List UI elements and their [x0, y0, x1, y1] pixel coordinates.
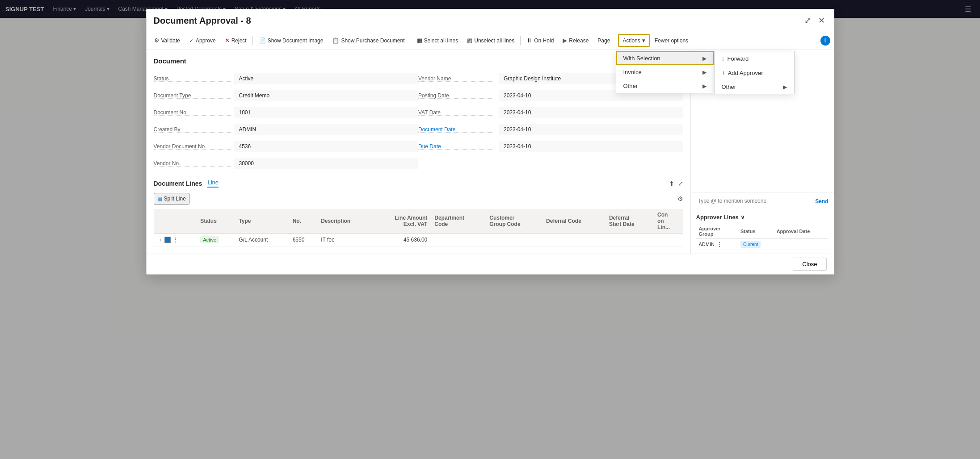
modal-header-icons: ⤢ ✕ [803, 15, 827, 18]
document-approval-modal: Document Approval - 8 ⤢ ✕ ⚙ Validate ✓ A… [146, 9, 834, 18]
expand-icon[interactable]: ⤢ [803, 15, 813, 18]
close-icon[interactable]: ✕ [816, 15, 827, 18]
modal-title: Document Approval - 8 [154, 16, 251, 18]
modal-header: Document Approval - 8 ⤢ ✕ [147, 9, 834, 18]
modal-overlay: Document Approval - 8 ⤢ ✕ ⚙ Validate ✓ A… [0, 0, 980, 18]
